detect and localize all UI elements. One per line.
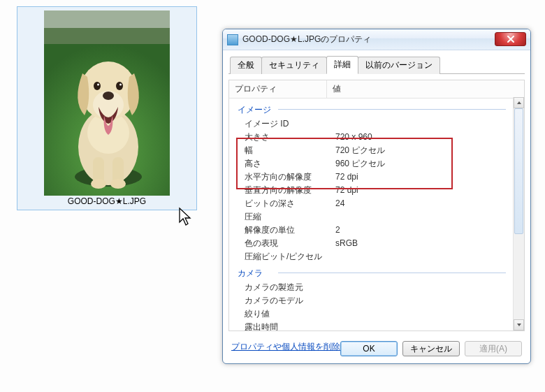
thumbnail-image <box>44 10 170 196</box>
tab-details[interactable]: 詳細 <box>326 56 358 74</box>
prop-row-compbits[interactable]: 圧縮ビット/ピクセル <box>229 250 513 263</box>
svg-point-9 <box>110 179 126 189</box>
dialog-footer: OK キャンセル 適用(A) <box>340 341 522 356</box>
prop-value <box>335 295 513 307</box>
column-headers: プロパティ 値 <box>229 80 524 99</box>
svg-point-15 <box>116 82 123 90</box>
prop-row-resunit[interactable]: 解像度の単位 2 <box>229 224 513 237</box>
prop-label: 色の表現 <box>245 238 335 249</box>
svg-point-14 <box>94 82 101 90</box>
ok-button[interactable]: OK <box>340 341 398 356</box>
svg-point-13 <box>103 92 114 100</box>
prop-row-exposure[interactable]: 露出時間 <box>229 321 513 331</box>
remove-properties-link[interactable]: プロパティや個人情報を削除 <box>231 341 340 353</box>
column-header-value[interactable]: 値 <box>327 80 524 98</box>
prop-value: 960 ピクセル <box>335 158 513 170</box>
prop-value <box>335 321 513 331</box>
prop-label: 露出時間 <box>245 321 335 331</box>
prop-value: 2 <box>335 224 513 236</box>
prop-row-compression[interactable]: 圧縮 <box>229 210 513 224</box>
prop-row-height[interactable]: 高さ 960 ピクセル <box>229 157 513 170</box>
prop-row-size[interactable]: 大きさ 720 x 960 <box>229 131 513 144</box>
prop-label: イメージ ID <box>245 118 335 130</box>
prop-label: カメラのモデル <box>245 295 335 307</box>
svg-point-17 <box>119 84 122 86</box>
scroll-up-button[interactable] <box>514 97 524 108</box>
prop-row-cam-model[interactable]: カメラのモデル <box>229 294 513 307</box>
chevron-down-icon <box>516 322 522 328</box>
prop-label: 幅 <box>245 145 335 157</box>
apply-button[interactable]: 適用(A) <box>465 341 522 356</box>
close-icon <box>507 35 515 43</box>
tab-general[interactable]: 全般 <box>230 57 262 74</box>
prop-row-width[interactable]: 幅 720 ピクセル <box>229 144 513 157</box>
thumbnail-filename: GOOD-DOG★L.JPG <box>17 196 196 206</box>
prop-row-colorrep[interactable]: 色の表現 sRGB <box>229 237 513 250</box>
prop-row-fnumber[interactable]: 絞り値 <box>229 307 513 321</box>
tab-previous-versions[interactable]: 以前のバージョン <box>358 57 440 74</box>
tab-security[interactable]: セキュリティ <box>261 57 327 74</box>
prop-value <box>335 282 513 293</box>
close-button[interactable] <box>495 32 526 46</box>
window-icon <box>227 34 238 45</box>
chevron-up-icon <box>516 100 522 106</box>
prop-value <box>335 118 513 130</box>
svg-point-16 <box>97 84 99 86</box>
properties-list: イメージ イメージ ID 大きさ 720 x 960 幅 720 ピクセル 高さ… <box>229 97 513 331</box>
prop-label: 水平方向の解像度 <box>245 171 335 183</box>
prop-row-image-id[interactable]: イメージ ID <box>229 117 513 131</box>
properties-dialog: GOOD-DOG★L.JPGのプロパティ 全般 セキュリティ 詳細 以前のバージ… <box>222 29 531 364</box>
thumbnail-card[interactable]: GOOD-DOG★L.JPG <box>17 6 197 210</box>
prop-label: カメラの製造元 <box>245 282 335 293</box>
prop-label: 圧縮ビット/ピクセル <box>245 251 335 263</box>
prop-value: 720 ピクセル <box>335 145 513 157</box>
prop-value: 720 x 960 <box>335 131 513 143</box>
scroll-down-button[interactable] <box>514 319 524 331</box>
cancel-button[interactable]: キャンセル <box>402 341 460 356</box>
prop-value <box>335 308 513 320</box>
prop-label: 高さ <box>245 158 335 170</box>
scrollbar-thumb[interactable] <box>514 108 523 234</box>
prop-label: 解像度の単位 <box>245 224 335 236</box>
svg-point-8 <box>91 179 106 189</box>
column-header-property[interactable]: プロパティ <box>229 80 327 98</box>
prop-value <box>335 251 513 263</box>
prop-label: 圧縮 <box>245 211 335 223</box>
prop-value <box>335 211 513 223</box>
prop-label: 垂直方向の解像度 <box>245 184 335 196</box>
prop-row-cam-maker[interactable]: カメラの製造元 <box>229 281 513 294</box>
prop-label: ビットの深さ <box>245 198 335 210</box>
prop-label: 大きさ <box>245 131 335 143</box>
prop-row-hres[interactable]: 水平方向の解像度 72 dpi <box>229 170 513 184</box>
mouse-cursor-icon <box>178 207 194 228</box>
section-image: イメージ <box>229 100 513 117</box>
prop-value: 24 <box>335 198 513 210</box>
properties-panel: プロパティ 値 イメージ イメージ ID 大きさ 720 x 960 幅 720… <box>228 80 525 331</box>
tab-bar: 全般 セキュリティ 詳細 以前のバージョン <box>228 55 525 74</box>
section-camera: カメラ <box>229 263 513 281</box>
prop-row-vres[interactable]: 垂直方向の解像度 72 dpi <box>229 184 513 197</box>
prop-value: 72 dpi <box>335 184 513 196</box>
prop-value: 72 dpi <box>335 171 513 183</box>
prop-value: sRGB <box>335 238 513 249</box>
titlebar[interactable]: GOOD-DOG★L.JPGのプロパティ <box>223 29 530 50</box>
prop-label: 絞り値 <box>245 308 335 320</box>
vertical-scrollbar[interactable] <box>513 97 524 331</box>
prop-row-bitdepth[interactable]: ビットの深さ 24 <box>229 197 513 210</box>
window-title: GOOD-DOG★L.JPGのプロパティ <box>242 34 371 45</box>
